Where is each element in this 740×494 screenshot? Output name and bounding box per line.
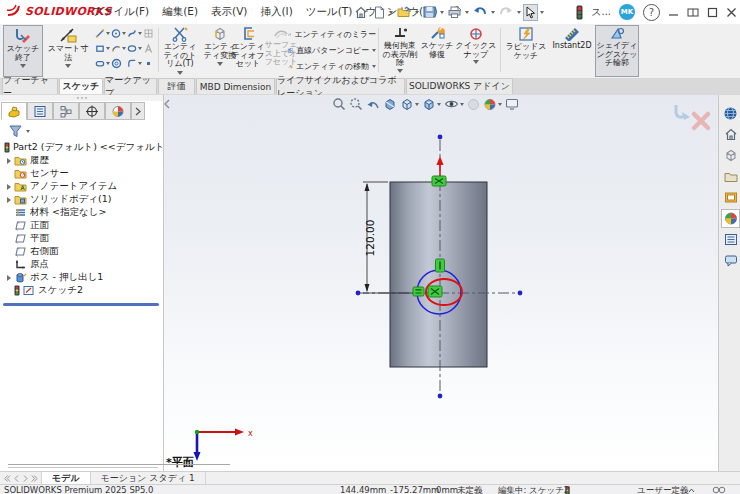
quick-snaps-caret[interactable] [473, 60, 479, 64]
tab-dimxpertmanager[interactable] [79, 102, 105, 120]
span-displays-button[interactable] [687, 7, 699, 18]
panel-splitter[interactable] [163, 99, 171, 109]
minimize-button[interactable] [668, 7, 679, 18]
tags-icon[interactable] [712, 486, 726, 494]
view-orientation-caret[interactable] [415, 103, 419, 106]
tab-lifecycle-collaboration[interactable]: ライフサイクルおよびコラボレーション [276, 78, 405, 94]
manager-tabs-overflow[interactable] [131, 102, 145, 120]
file-explorer-button[interactable] [721, 167, 740, 186]
linear-pattern-caret[interactable] [372, 49, 376, 52]
nav-first-button[interactable] [3, 474, 11, 483]
expand-arrow-icon[interactable] [7, 275, 11, 281]
line-tool[interactable] [95, 28, 110, 39]
unit-system-caret[interactable] [688, 488, 695, 493]
appearances-scenes-button[interactable] [721, 209, 740, 228]
shaded-sketch-contours-button[interactable]: シェイディングスケッチ輪郭 [595, 25, 639, 77]
polygon-tool[interactable] [111, 58, 126, 69]
redo-button[interactable] [497, 4, 515, 20]
centerline-endpoint[interactable] [518, 291, 523, 296]
ellipse-tool[interactable] [127, 43, 142, 54]
rectangle-caret[interactable] [106, 47, 110, 50]
tree-item-top-plane[interactable]: 平面 [0, 232, 163, 245]
expand-arrow-icon[interactable] [7, 184, 11, 190]
display-style-button[interactable] [422, 98, 441, 111]
panel-grip[interactable] [0, 95, 163, 101]
nav-last-button[interactable] [30, 474, 38, 483]
trim-caret[interactable] [177, 71, 183, 75]
tab-markup[interactable]: マークアップ [104, 78, 157, 94]
constraint-coincident-top[interactable] [432, 176, 446, 186]
rebuild-traffic-light-icon[interactable] [576, 5, 583, 20]
tab-propertymanager[interactable] [27, 102, 53, 120]
tree-item-origin[interactable]: 原点 [0, 258, 163, 271]
tree-item-right-plane[interactable]: 右側面 [0, 245, 163, 258]
new-dropdown-caret[interactable] [389, 11, 393, 14]
display-delete-relations-button[interactable]: 幾何拘束の表示/削除 [381, 26, 419, 75]
zoom-to-fit-button[interactable] [332, 97, 346, 111]
move-entities-button[interactable]: エンティティの移動 [288, 59, 376, 73]
open-button[interactable] [395, 4, 413, 20]
design-library-button[interactable] [721, 146, 740, 165]
ellipse-caret[interactable] [138, 47, 142, 50]
line-caret[interactable] [106, 32, 110, 35]
tree-root-part[interactable]: Part2 (デフォルト) <<デフォルト>_表示状態 1 [0, 141, 163, 154]
rollback-bar[interactable] [3, 303, 159, 306]
slot-caret[interactable] [106, 62, 110, 65]
exit-sketch-button[interactable]: スケッチ終了 [3, 25, 43, 77]
constraint-equal[interactable] [413, 287, 424, 296]
print-dropdown-caret[interactable] [465, 11, 469, 14]
menu-file[interactable]: ファイル(F) [92, 5, 149, 19]
centerline-endpoint[interactable] [438, 394, 443, 399]
save-button[interactable] [421, 4, 438, 20]
tab-featuremanager[interactable] [1, 102, 27, 120]
centerline-endpoint[interactable] [438, 135, 443, 140]
convert-caret[interactable] [217, 62, 223, 66]
arc-tool[interactable] [111, 43, 126, 54]
section-view-button[interactable] [383, 98, 397, 111]
view-palette-button[interactable] [721, 188, 740, 207]
instant2d-button[interactable]: Instant2D [551, 26, 593, 75]
smart-dimension-button[interactable]: スマート寸法 [44, 26, 92, 75]
view-orientation-button[interactable] [400, 98, 419, 111]
select-tool-button[interactable] [523, 4, 538, 21]
tab-solidworks-addins[interactable]: SOLIDWORKS アドイン [406, 78, 513, 94]
graphics-area[interactable]: 120.00 [164, 95, 718, 471]
zoom-to-area-button[interactable] [349, 97, 363, 111]
circle-caret[interactable] [122, 32, 126, 35]
sketch-text-tool[interactable] [143, 43, 158, 54]
dimension-text[interactable]: 120.00 [364, 220, 376, 257]
display-style-caret[interactable] [437, 103, 441, 106]
expand-arrow-icon[interactable] [7, 197, 11, 203]
tree-item-sketch2[interactable]: スケッチ2 [0, 284, 163, 297]
tab-mbd-dimension[interactable]: MBD Dimension [196, 78, 275, 94]
repair-sketch-button[interactable]: スケッチ修復 [420, 26, 454, 75]
tab-evaluate[interactable]: 評価 [158, 78, 195, 94]
tree-item-boss-extrude[interactable]: ボス - 押し出し1 [0, 271, 163, 284]
trim-entities-button[interactable]: エンティティのトリム(T) [160, 26, 200, 75]
tab-displaymanager[interactable] [105, 102, 131, 120]
tree-item-sensors[interactable]: センサー [0, 167, 163, 180]
constraint-vertical[interactable] [436, 259, 445, 272]
open-dropdown-caret[interactable] [415, 11, 419, 14]
spline-caret[interactable] [138, 32, 142, 35]
edit-appearance-button[interactable] [467, 98, 480, 111]
hide-show-caret[interactable] [460, 103, 464, 106]
tree-item-history[interactable]: 履歴 [0, 154, 163, 167]
menu-view[interactable]: 表示(V) [211, 5, 247, 19]
fillet-tool[interactable] [127, 58, 142, 69]
nav-prev-button[interactable] [12, 474, 20, 483]
new-document-button[interactable] [372, 4, 387, 21]
search-box[interactable]: ス... [591, 5, 611, 19]
tree-filter-bar[interactable] [0, 122, 163, 140]
rapid-sketch-button[interactable]: ラピッドスケッチ [503, 26, 549, 75]
view-settings-button[interactable] [505, 98, 519, 110]
linear-pattern-button[interactable]: 直線パターンコピー [288, 43, 376, 57]
move-entities-caret[interactable] [372, 65, 376, 68]
user-avatar[interactable]: MK [619, 4, 635, 20]
home-button[interactable] [352, 4, 370, 21]
tree-item-front-plane[interactable]: 正面 [0, 219, 163, 232]
undo-dropdown-caret[interactable] [491, 11, 495, 14]
centerline-endpoint[interactable] [356, 291, 361, 296]
rectangle-tool[interactable] [95, 43, 110, 54]
smart-dimension-caret[interactable] [65, 64, 71, 68]
